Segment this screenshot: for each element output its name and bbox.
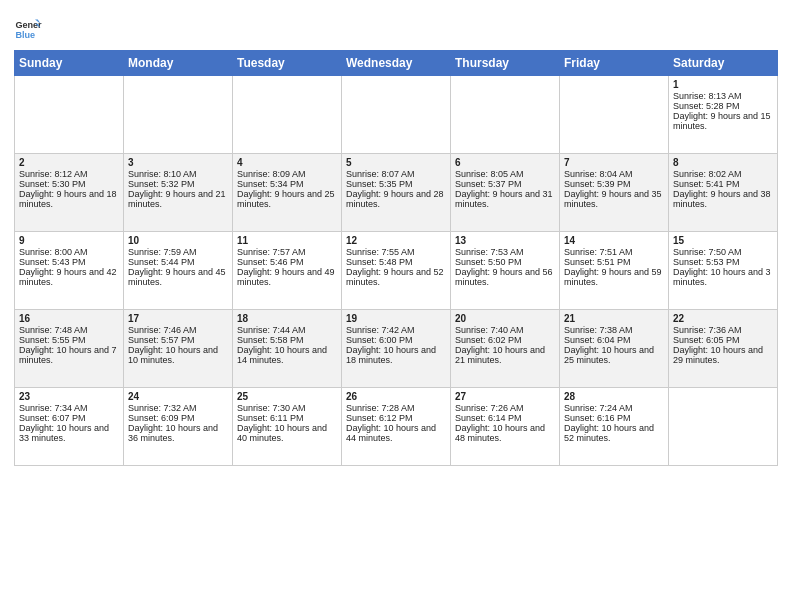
day-number: 17: [128, 313, 228, 324]
day-info: Sunrise: 7:51 AM: [564, 247, 664, 257]
day-info: Daylight: 9 hours and 21 minutes.: [128, 189, 228, 209]
calendar-cell: 15Sunrise: 7:50 AMSunset: 5:53 PMDayligh…: [669, 232, 778, 310]
day-info: Sunrise: 8:02 AM: [673, 169, 773, 179]
day-number: 1: [673, 79, 773, 90]
day-info: Daylight: 10 hours and 44 minutes.: [346, 423, 446, 443]
day-info: Sunset: 6:04 PM: [564, 335, 664, 345]
calendar-cell: [233, 76, 342, 154]
day-info: Daylight: 10 hours and 52 minutes.: [564, 423, 664, 443]
calendar-cell: 17Sunrise: 7:46 AMSunset: 5:57 PMDayligh…: [124, 310, 233, 388]
day-number: 18: [237, 313, 337, 324]
day-number: 26: [346, 391, 446, 402]
weekday-header-wednesday: Wednesday: [342, 51, 451, 76]
day-info: Sunrise: 7:30 AM: [237, 403, 337, 413]
day-info: Daylight: 10 hours and 18 minutes.: [346, 345, 446, 365]
calendar-cell: 9Sunrise: 8:00 AMSunset: 5:43 PMDaylight…: [15, 232, 124, 310]
day-info: Sunrise: 7:57 AM: [237, 247, 337, 257]
calendar-cell: 7Sunrise: 8:04 AMSunset: 5:39 PMDaylight…: [560, 154, 669, 232]
day-info: Sunrise: 7:44 AM: [237, 325, 337, 335]
weekday-header-thursday: Thursday: [451, 51, 560, 76]
weekday-header-sunday: Sunday: [15, 51, 124, 76]
calendar-cell: 8Sunrise: 8:02 AMSunset: 5:41 PMDaylight…: [669, 154, 778, 232]
day-info: Daylight: 9 hours and 35 minutes.: [564, 189, 664, 209]
day-info: Daylight: 10 hours and 29 minutes.: [673, 345, 773, 365]
day-info: Daylight: 10 hours and 21 minutes.: [455, 345, 555, 365]
day-number: 3: [128, 157, 228, 168]
day-info: Sunrise: 7:36 AM: [673, 325, 773, 335]
calendar-cell: 1Sunrise: 8:13 AMSunset: 5:28 PMDaylight…: [669, 76, 778, 154]
day-number: 11: [237, 235, 337, 246]
day-number: 22: [673, 313, 773, 324]
calendar-week-1: 2Sunrise: 8:12 AMSunset: 5:30 PMDaylight…: [15, 154, 778, 232]
day-info: Daylight: 10 hours and 40 minutes.: [237, 423, 337, 443]
day-info: Daylight: 9 hours and 38 minutes.: [673, 189, 773, 209]
day-info: Daylight: 9 hours and 42 minutes.: [19, 267, 119, 287]
day-number: 4: [237, 157, 337, 168]
calendar-week-2: 9Sunrise: 8:00 AMSunset: 5:43 PMDaylight…: [15, 232, 778, 310]
calendar-cell: 11Sunrise: 7:57 AMSunset: 5:46 PMDayligh…: [233, 232, 342, 310]
day-number: 5: [346, 157, 446, 168]
day-info: Sunrise: 7:32 AM: [128, 403, 228, 413]
day-info: Sunset: 5:44 PM: [128, 257, 228, 267]
svg-text:Blue: Blue: [15, 30, 35, 40]
day-info: Daylight: 9 hours and 45 minutes.: [128, 267, 228, 287]
day-number: 12: [346, 235, 446, 246]
day-info: Daylight: 10 hours and 7 minutes.: [19, 345, 119, 365]
calendar-cell: 25Sunrise: 7:30 AMSunset: 6:11 PMDayligh…: [233, 388, 342, 466]
calendar-cell: 22Sunrise: 7:36 AMSunset: 6:05 PMDayligh…: [669, 310, 778, 388]
day-info: Sunrise: 7:46 AM: [128, 325, 228, 335]
day-info: Sunset: 5:41 PM: [673, 179, 773, 189]
header: General Blue: [14, 10, 778, 42]
day-info: Daylight: 9 hours and 52 minutes.: [346, 267, 446, 287]
calendar-body: 1Sunrise: 8:13 AMSunset: 5:28 PMDaylight…: [15, 76, 778, 466]
day-info: Daylight: 10 hours and 33 minutes.: [19, 423, 119, 443]
day-info: Daylight: 10 hours and 14 minutes.: [237, 345, 337, 365]
calendar-cell: 18Sunrise: 7:44 AMSunset: 5:58 PMDayligh…: [233, 310, 342, 388]
day-number: 2: [19, 157, 119, 168]
day-info: Sunrise: 8:12 AM: [19, 169, 119, 179]
day-info: Sunset: 6:14 PM: [455, 413, 555, 423]
day-number: 10: [128, 235, 228, 246]
calendar-cell: 19Sunrise: 7:42 AMSunset: 6:00 PMDayligh…: [342, 310, 451, 388]
calendar-cell: 12Sunrise: 7:55 AMSunset: 5:48 PMDayligh…: [342, 232, 451, 310]
calendar-cell: 14Sunrise: 7:51 AMSunset: 5:51 PMDayligh…: [560, 232, 669, 310]
calendar-cell: 13Sunrise: 7:53 AMSunset: 5:50 PMDayligh…: [451, 232, 560, 310]
day-info: Sunrise: 7:40 AM: [455, 325, 555, 335]
day-info: Sunset: 6:16 PM: [564, 413, 664, 423]
calendar-cell: 2Sunrise: 8:12 AMSunset: 5:30 PMDaylight…: [15, 154, 124, 232]
day-info: Sunset: 5:50 PM: [455, 257, 555, 267]
day-info: Sunrise: 8:09 AM: [237, 169, 337, 179]
day-info: Sunset: 5:37 PM: [455, 179, 555, 189]
day-info: Sunset: 5:55 PM: [19, 335, 119, 345]
calendar-cell: 4Sunrise: 8:09 AMSunset: 5:34 PMDaylight…: [233, 154, 342, 232]
calendar-cell: 10Sunrise: 7:59 AMSunset: 5:44 PMDayligh…: [124, 232, 233, 310]
logo: General Blue: [14, 14, 42, 42]
day-info: Daylight: 9 hours and 18 minutes.: [19, 189, 119, 209]
calendar-cell: 16Sunrise: 7:48 AMSunset: 5:55 PMDayligh…: [15, 310, 124, 388]
day-number: 23: [19, 391, 119, 402]
day-info: Daylight: 10 hours and 36 minutes.: [128, 423, 228, 443]
day-info: Daylight: 10 hours and 25 minutes.: [564, 345, 664, 365]
calendar-week-4: 23Sunrise: 7:34 AMSunset: 6:07 PMDayligh…: [15, 388, 778, 466]
day-info: Sunset: 6:09 PM: [128, 413, 228, 423]
day-info: Sunset: 6:07 PM: [19, 413, 119, 423]
day-info: Sunset: 5:35 PM: [346, 179, 446, 189]
day-info: Sunset: 5:28 PM: [673, 101, 773, 111]
day-info: Sunrise: 7:55 AM: [346, 247, 446, 257]
day-info: Sunrise: 8:07 AM: [346, 169, 446, 179]
day-info: Daylight: 10 hours and 48 minutes.: [455, 423, 555, 443]
calendar-cell: 28Sunrise: 7:24 AMSunset: 6:16 PMDayligh…: [560, 388, 669, 466]
day-info: Sunrise: 8:00 AM: [19, 247, 119, 257]
day-info: Sunrise: 7:24 AM: [564, 403, 664, 413]
calendar-cell: 5Sunrise: 8:07 AMSunset: 5:35 PMDaylight…: [342, 154, 451, 232]
calendar-table: SundayMondayTuesdayWednesdayThursdayFrid…: [14, 50, 778, 466]
day-info: Sunset: 5:43 PM: [19, 257, 119, 267]
day-info: Daylight: 9 hours and 59 minutes.: [564, 267, 664, 287]
day-info: Sunset: 5:51 PM: [564, 257, 664, 267]
calendar-cell: 20Sunrise: 7:40 AMSunset: 6:02 PMDayligh…: [451, 310, 560, 388]
day-number: 19: [346, 313, 446, 324]
calendar-cell: 6Sunrise: 8:05 AMSunset: 5:37 PMDaylight…: [451, 154, 560, 232]
day-info: Sunset: 5:53 PM: [673, 257, 773, 267]
day-number: 24: [128, 391, 228, 402]
day-info: Sunset: 5:48 PM: [346, 257, 446, 267]
